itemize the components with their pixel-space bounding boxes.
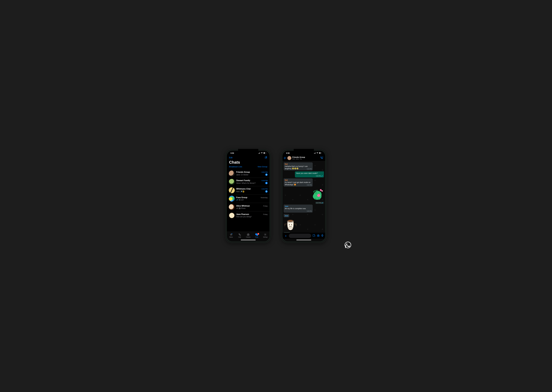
tab-camera[interactable]: Camera	[244, 233, 252, 238]
phone-chats: 9:50 Edit Chats B	[225, 149, 271, 243]
whatsapp-logo-icon	[344, 241, 351, 248]
chat-preview: Jane: Sticker	[236, 174, 248, 176]
svg-rect-10	[247, 234, 249, 235]
chat-name: Stewart Family	[236, 179, 250, 182]
chat-time: Yesterday	[261, 197, 268, 198]
phone-icon	[238, 233, 241, 236]
tab-chats[interactable]: 3 Chats	[253, 233, 261, 238]
svg-rect-4	[239, 199, 240, 200]
svg-rect-1	[264, 153, 265, 153]
message-time: 9:30 PM	[316, 175, 323, 177]
dino-sticker-icon	[310, 188, 324, 201]
sticker-message[interactable]: Jane9:50 PM	[284, 214, 300, 233]
message-sender: Ned	[285, 179, 312, 181]
svg-point-8	[231, 234, 232, 235]
back-unread-count: 3	[285, 157, 286, 159]
svg-point-6	[239, 208, 240, 209]
group-avatar[interactable]	[287, 156, 291, 160]
mic-button[interactable]	[321, 234, 323, 238]
svg-rect-2	[266, 153, 266, 153]
conversation-body[interactable]: NedHahaha that's so funny!! I am laughin…	[283, 161, 325, 233]
chat-row[interactable]: Friends Group9:50 PMJane: Sticker4	[227, 169, 269, 178]
compose-button[interactable]	[265, 156, 267, 159]
message-time: 9:46 PM	[307, 184, 312, 186]
tab-settings[interactable]: Settings	[261, 233, 269, 238]
group-members: Ned, Jane, You	[292, 158, 319, 160]
notch	[294, 149, 314, 153]
chat-preview: Photo	[236, 207, 246, 209]
tab-calls[interactable]: Calls	[235, 233, 244, 238]
tab-status[interactable]: Status	[227, 233, 235, 238]
tab-label: Calls	[238, 236, 241, 238]
sticker-message[interactable]: 9:47 PM	[308, 188, 324, 204]
back-button[interactable]: 3	[284, 157, 286, 159]
chat-time: 9:50 PM	[262, 171, 268, 173]
add-call-button[interactable]	[320, 156, 323, 160]
unread-badge: 1	[265, 182, 268, 184]
chat-name: Friends Group	[236, 171, 250, 173]
camera-icon	[247, 233, 250, 236]
message-sender: Ned	[285, 163, 312, 165]
page-title: Chats	[227, 160, 269, 165]
message-text: Ah my life is complete now.	[285, 208, 306, 210]
home-indicator	[283, 239, 325, 241]
svg-rect-16	[317, 235, 319, 236]
attach-button[interactable]: ＋	[284, 234, 287, 238]
message-text: It's here!! I just got dark mode on What…	[285, 181, 311, 186]
chat-row[interactable]: Stewart Family9:39 PMSteve: What's for d…	[227, 178, 269, 186]
chat-row[interactable]: Whitmans Chat9:30 PMNed: ✈️😎3	[227, 186, 269, 195]
svg-rect-18	[322, 234, 323, 236]
chat-row[interactable]: Foes GroupYesterday 0:07	[227, 195, 269, 203]
camera-button[interactable]	[317, 234, 320, 237]
chat-time: Friday	[263, 205, 268, 207]
group-title-block[interactable]: Friends Group Ned, Jane, You	[292, 156, 319, 160]
edit-button[interactable]: Edit	[229, 157, 232, 159]
tab-label: Settings	[263, 236, 268, 238]
svg-rect-5	[239, 208, 240, 209]
notch	[238, 149, 258, 153]
avatar	[229, 187, 235, 193]
message-sender: Jane	[285, 205, 312, 207]
message-text: Have you seen dark mode?	[296, 172, 318, 174]
group-title: Friends Group	[292, 156, 319, 158]
new-group-link[interactable]: New Group	[258, 166, 267, 168]
avatar	[229, 212, 235, 218]
chat-name: Whitmans Chat	[236, 188, 251, 190]
message-time: 9:49 PM	[307, 210, 312, 212]
message-in[interactable]: NedIt's here!! I just got dark mode on W…	[284, 178, 313, 187]
chat-preview: 0:07	[236, 199, 244, 201]
message-time: 9:47 PM	[315, 202, 324, 204]
message-out[interactable]: Have you seen dark mode?9:30 PM	[295, 171, 324, 177]
tab-label: Camera	[246, 236, 250, 238]
tab-label: Status	[229, 236, 233, 238]
message-input[interactable]	[289, 234, 311, 238]
svg-rect-15	[322, 153, 322, 153]
battery-icon	[319, 152, 322, 154]
broadcast-lists-link[interactable]: Broadcast Lists	[229, 166, 242, 168]
avatar	[229, 204, 235, 210]
chat-preview: Steve: What's for dinner?	[236, 182, 256, 184]
chat-row[interactable]: Alice WhitmanFriday Photo	[227, 203, 269, 211]
status-time: 9:50	[231, 152, 234, 154]
cup-sticker-icon	[284, 218, 297, 231]
conversation-header: 3 Friends Group Ned, Jane, You	[283, 156, 325, 161]
chat-row[interactable]: Jane PearsonFridayHow are you doing?	[227, 211, 269, 220]
chat-name: Jane Pearson	[236, 213, 249, 216]
home-indicator	[227, 239, 269, 241]
unread-badge: 4	[265, 174, 268, 176]
chat-preview: How are you doing?	[236, 216, 252, 218]
unread-badge: 3	[265, 190, 268, 193]
message-in[interactable]: JaneAh my life is complete now.9:49 PM	[284, 205, 313, 213]
message-text: Hahaha that's so funny!! I am laughing 🤣…	[285, 165, 308, 169]
chat-name: Alice Whitman	[236, 205, 250, 207]
message-time: 9:28 PM	[307, 168, 312, 170]
phone-conversation: 9:50 3 Friends Group Ned, Jane, You NedH…	[281, 149, 327, 243]
signal-icon	[314, 152, 316, 154]
avatar	[229, 170, 235, 176]
wifi-icon	[316, 152, 318, 154]
sticker-button[interactable]	[312, 234, 315, 237]
signal-icon	[258, 152, 260, 154]
chat-name: Foes Group	[236, 196, 247, 199]
message-in[interactable]: NedHahaha that's so funny!! I am laughin…	[284, 162, 313, 170]
svg-point-12	[265, 234, 266, 235]
